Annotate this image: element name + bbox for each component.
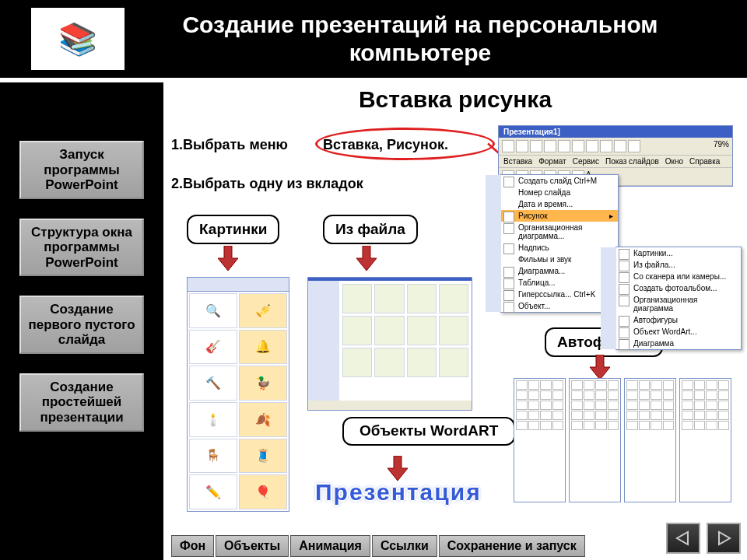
- file-thumb[interactable]: [407, 284, 437, 313]
- menu-item-selected[interactable]: Рисунок▸: [486, 210, 618, 222]
- next-slide-button[interactable]: [707, 523, 741, 554]
- clipart-thumb[interactable]: 🔨: [189, 366, 237, 401]
- tab-animation[interactable]: Анимация: [290, 535, 370, 557]
- clipart-thumb[interactable]: 🎸: [189, 330, 237, 365]
- menu-item[interactable]: Номер слайда: [486, 187, 618, 198]
- zoom-value: 79%: [714, 140, 729, 152]
- autoshape-palette[interactable]: [624, 378, 676, 502]
- clipart-thumb[interactable]: 🕯️: [189, 402, 237, 437]
- menubar-item[interactable]: Окно: [665, 157, 683, 166]
- autoshape-palette[interactable]: [679, 378, 731, 502]
- sidebar: Запуск программы PowerPoint Структура ок…: [0, 82, 163, 560]
- menu-item[interactable]: Фильмы и звук▸: [486, 254, 618, 265]
- file-thumb[interactable]: [374, 284, 404, 313]
- svg-marker-5: [590, 355, 610, 380]
- menu-item-icon: [503, 302, 514, 313]
- logo-book-icon: 📚: [31, 8, 124, 70]
- clipart-thumb[interactable]: ✏️: [189, 474, 237, 509]
- clipart-thumb[interactable]: 🍂: [239, 402, 287, 437]
- menubar-item[interactable]: Справка: [689, 157, 720, 166]
- sidebar-item-structure[interactable]: Структура окна программы PowerPoint: [19, 219, 144, 277]
- clipart-thumb[interactable]: 🔔: [239, 330, 287, 365]
- menu-item-icon: [619, 327, 630, 338]
- file-thumb[interactable]: [439, 316, 468, 345]
- submenu-item[interactable]: Диаграмма: [601, 338, 741, 349]
- submenu-item[interactable]: Картинки...: [601, 247, 741, 259]
- clipart-thumb[interactable]: 🧵: [239, 439, 287, 474]
- autoshape-palette[interactable]: [514, 378, 566, 502]
- file-thumb[interactable]: [342, 284, 372, 313]
- tag-from-file[interactable]: Из файла: [323, 215, 418, 244]
- file-thumb[interactable]: [439, 284, 468, 313]
- menu-item-icon: [619, 261, 630, 271]
- menu-item-icon: [619, 249, 630, 260]
- toolbar-icon: [628, 140, 640, 152]
- menu-item[interactable]: Создать слайд Ctrl+M: [486, 175, 618, 187]
- menubar-item[interactable]: Сервис: [573, 157, 599, 166]
- tab-save-run[interactable]: Сохранение и запуск: [439, 535, 585, 557]
- svg-marker-7: [719, 532, 730, 544]
- file-thumb[interactable]: [407, 316, 437, 345]
- toolbar-icon: [586, 140, 598, 152]
- menubar-item[interactable]: Формат: [538, 157, 566, 166]
- pp-toolbar: 79%: [499, 138, 732, 156]
- submenu-item[interactable]: Из файла...: [601, 259, 741, 271]
- menu-item[interactable]: Гиперссылка... Ctrl+K: [486, 289, 618, 300]
- menu-item[interactable]: Надпись: [486, 242, 618, 254]
- down-arrow-icon: [356, 246, 377, 271]
- menubar-item[interactable]: Показ слайдов: [605, 157, 659, 166]
- file-thumb[interactable]: [374, 348, 404, 377]
- tag-pictures[interactable]: Картинки: [187, 215, 279, 244]
- menu-item[interactable]: Таблица...: [486, 277, 618, 289]
- pp-insert-menu: Презентация1] 79% Вставка Формат Сервис …: [498, 125, 733, 187]
- pp-submenu: Картинки... Из файла... Со сканера или к…: [615, 247, 742, 350]
- file-thumb[interactable]: [407, 348, 437, 377]
- pp-titlebar: Презентация1]: [499, 126, 732, 138]
- menu-item-icon: [619, 339, 630, 350]
- clipart-thumb[interactable]: 🎺: [239, 293, 287, 328]
- file-thumb[interactable]: [439, 348, 468, 377]
- menu-item-icon: [503, 212, 514, 222]
- clipart-thumb[interactable]: 🪑: [189, 439, 237, 474]
- menu-item-icon: [503, 278, 514, 289]
- file-dialog-grid: [339, 281, 472, 401]
- submenu-item[interactable]: Создать фотоальбом...: [601, 282, 741, 294]
- menubar-item[interactable]: Вставка: [503, 157, 532, 166]
- file-thumb[interactable]: [342, 348, 372, 377]
- sidebar-item-launch[interactable]: Запуск программы PowerPoint: [19, 141, 144, 199]
- submenu-item[interactable]: Со сканера или камеры...: [601, 271, 741, 282]
- submenu-item[interactable]: Организационная диаграмма: [601, 294, 741, 314]
- file-dialog-sidebar: [308, 281, 339, 401]
- svg-marker-2: [218, 246, 238, 271]
- tab-objects[interactable]: Объекты: [216, 535, 289, 557]
- tab-links[interactable]: Ссылки: [372, 535, 437, 557]
- down-arrow-icon: [388, 456, 408, 481]
- submenu-item[interactable]: Автофигуры: [601, 314, 741, 326]
- clipart-thumb[interactable]: 🦆: [239, 366, 287, 401]
- step-2: 2.Выбрать одну из вкладок: [171, 176, 363, 192]
- sidebar-item-first-slide[interactable]: Создание первого пустого слайда: [19, 296, 144, 354]
- submenu-item[interactable]: Объект WordArt...: [601, 326, 741, 338]
- slide-nav: [666, 523, 741, 554]
- menu-item[interactable]: Дата и время...: [486, 198, 618, 210]
- toolbar-icon: [530, 140, 542, 152]
- file-thumb[interactable]: [374, 316, 404, 345]
- menu-item-icon: [503, 267, 514, 278]
- clipart-thumb[interactable]: 🎈: [239, 474, 287, 509]
- menu-item-icon: [503, 243, 514, 254]
- toolbar-icon: [572, 140, 584, 152]
- clipart-thumb[interactable]: 🔍: [189, 293, 237, 328]
- pp-menubar: Вставка Формат Сервис Показ слайдов Окно…: [499, 156, 732, 168]
- toolbar-icon: [516, 140, 528, 152]
- sidebar-item-simple-pres[interactable]: Создание простейшей презентации: [19, 373, 144, 432]
- menu-item[interactable]: Организационная диаграмма...: [486, 222, 618, 242]
- file-thumb[interactable]: [342, 316, 372, 345]
- triangle-right-icon: [716, 530, 731, 546]
- tab-background[interactable]: Фон: [171, 535, 214, 557]
- prev-slide-button[interactable]: [666, 523, 700, 554]
- menu-item[interactable]: Объект...: [486, 300, 618, 312]
- menu-item[interactable]: Диаграмма...: [486, 265, 618, 277]
- autoshape-palette[interactable]: [569, 378, 621, 502]
- file-dialog: [307, 277, 472, 411]
- tag-wordart[interactable]: Объекты WordART: [342, 417, 515, 446]
